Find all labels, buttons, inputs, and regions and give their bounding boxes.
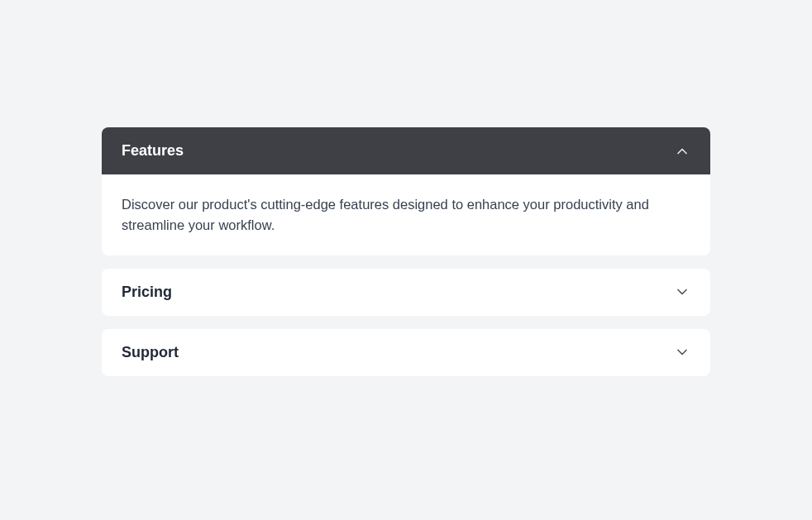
accordion-item-support: Support: [102, 329, 710, 376]
accordion-header-features[interactable]: Features: [102, 127, 710, 174]
chevron-up-icon: [674, 143, 690, 160]
accordion-header-pricing[interactable]: Pricing: [102, 269, 710, 316]
accordion-container: Features Discover our product's cutting-…: [102, 127, 710, 376]
accordion-content-features: Discover our product's cutting-edge feat…: [102, 174, 710, 255]
accordion-header-support[interactable]: Support: [102, 329, 710, 376]
accordion-item-features: Features Discover our product's cutting-…: [102, 127, 710, 255]
accordion-item-pricing: Pricing: [102, 269, 710, 316]
chevron-down-icon: [674, 284, 690, 300]
accordion-title-pricing: Pricing: [122, 284, 172, 301]
accordion-title-features: Features: [122, 142, 184, 160]
chevron-down-icon: [674, 344, 690, 360]
accordion-title-support: Support: [122, 344, 179, 361]
